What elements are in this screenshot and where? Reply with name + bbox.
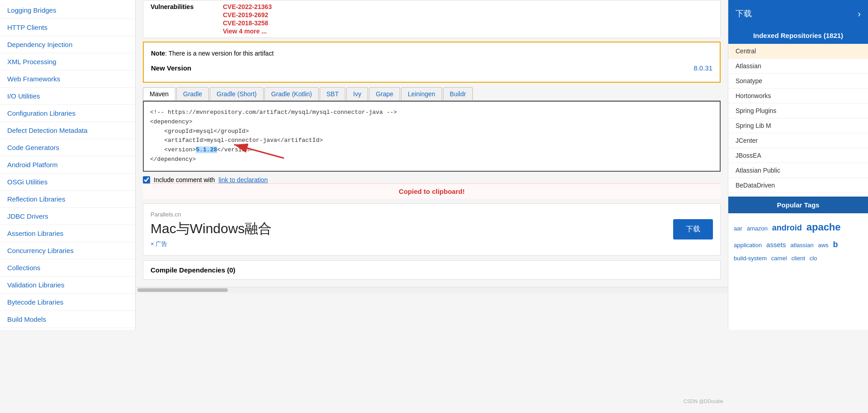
tabs-row: Maven Gradle Gradle (Short) Gradle (Kotl… (143, 87, 721, 101)
sidebar-item-http-clients[interactable]: HTTP Clients (0, 19, 135, 36)
code-block[interactable]: <!-- https://mvnrepository.com/artifact/… (143, 101, 721, 172)
cve-link-1[interactable]: CVE-2022-21363 (223, 3, 713, 10)
tag-android[interactable]: android (772, 223, 802, 232)
ad-source: Parallels.cn (151, 211, 673, 218)
tag-apache[interactable]: apache (807, 221, 841, 233)
ad-close-button[interactable]: × 广告 (151, 240, 673, 248)
sidebar-item-label: Collections (7, 264, 40, 272)
sidebar-item-concurrency-libraries[interactable]: Concurrency Libraries (0, 242, 135, 259)
tab-leiningen[interactable]: Leiningen (401, 87, 442, 100)
repo-item-hortonworks[interactable]: Hortonworks (728, 89, 868, 103)
sidebar-item-label: Code Generators (7, 144, 59, 151)
sidebar-item-configuration-libraries[interactable]: Configuration Libraries (0, 105, 135, 122)
tag-aws[interactable]: aws (818, 242, 829, 249)
repo-item-jbossea[interactable]: JBossEA (728, 148, 868, 163)
chevron-right-icon: › (858, 9, 861, 19)
compile-deps-section: Compile Dependencies (0) (143, 260, 721, 280)
sidebar-item-build-models[interactable]: Build Models (0, 311, 135, 328)
code-line-2: <dependency> (150, 117, 713, 127)
tab-maven[interactable]: Maven (143, 87, 175, 100)
tab-gradle-kotlin[interactable]: Gradle (Kotlin) (264, 87, 319, 100)
tag-build-system[interactable]: build-system (734, 255, 767, 262)
sidebar-item-label: Reflection Libraries (7, 195, 65, 203)
view-more-link[interactable]: View 4 more ... (223, 28, 713, 35)
sidebar-item-web-frameworks[interactable]: Web Frameworks (0, 70, 135, 88)
sidebar-item-label: Dependency Injection (7, 41, 72, 48)
sidebar-item-dependency-injection[interactable]: Dependency Injection (0, 36, 135, 53)
sidebar-item-label: Configuration Libraries (7, 109, 75, 117)
tag-amazon[interactable]: amazon (747, 225, 768, 232)
sidebar-item-reflection-libraries[interactable]: Reflection Libraries (0, 191, 135, 208)
tag-clo[interactable]: clo (810, 255, 817, 262)
sidebar-item-label: Concurrency Libraries (7, 247, 74, 254)
ad-section: Parallels.cn Mac与Windows融合 × 广告 下载 (143, 203, 721, 256)
code-line-1: <!-- https://mvnrepository.com/artifact/… (150, 108, 713, 117)
tab-buildr[interactable]: Buildr (443, 87, 473, 100)
repo-item-central[interactable]: Central (728, 44, 868, 59)
tab-ivy[interactable]: Ivy (346, 87, 368, 100)
ad-title: Mac与Windows融合 (151, 220, 673, 238)
repo-item-atlassian-public[interactable]: Atlassian Public (728, 163, 868, 178)
sidebar-item-osgi-utilities[interactable]: OSGi Utilities (0, 174, 135, 191)
sidebar-item-label: I/O Utilities (7, 92, 40, 100)
tab-gradle-short[interactable]: Gradle (Short) (210, 87, 264, 100)
code-line-3: <groupId>mysql</groupId> (150, 127, 713, 136)
right-download-button[interactable]: 下载 › (728, 0, 868, 27)
sidebar-item-label: Build Models (7, 315, 46, 323)
tab-grape[interactable]: Grape (369, 87, 400, 100)
sidebar-item-label: OSGi Utilities (7, 178, 47, 186)
tag-b[interactable]: b (833, 240, 838, 249)
vulnerabilities-section: Vulnerabilities CVE-2022-21363 CVE-2019-… (143, 0, 721, 38)
tag-client[interactable]: client (791, 255, 805, 262)
checkbox-row: Include comment with link to declaration (143, 176, 721, 183)
sidebar-item-collections[interactable]: Collections (0, 259, 135, 277)
tag-assets[interactable]: assets (766, 241, 786, 249)
sidebar-item-xml-processing[interactable]: XML Processing (0, 53, 135, 70)
sidebar-item-code-generators[interactable]: Code Generators (0, 139, 135, 156)
tag-aar[interactable]: aar (734, 225, 742, 232)
ad-download-button[interactable]: 下载 (673, 219, 713, 239)
tag-atlassian[interactable]: atlassian (790, 242, 813, 249)
right-download-label: 下载 (736, 8, 752, 19)
repo-item-spring-plugins[interactable]: Spring Plugins (728, 103, 868, 118)
sidebar-item-jdbc-drivers[interactable]: JDBC Drivers (0, 208, 135, 225)
arrow-indicator (203, 136, 293, 163)
include-comment-checkbox[interactable] (143, 176, 150, 183)
note-text: : There is a new version for this artifa… (165, 50, 274, 57)
tab-gradle[interactable]: Gradle (176, 87, 209, 100)
sidebar-item-label: Validation Libraries (7, 281, 64, 289)
copied-message: Copied to clipboard! (143, 183, 721, 199)
sidebar-item-label: Android Platform (7, 161, 58, 169)
sidebar-item-bytecode-libraries[interactable]: Bytecode Libraries (0, 294, 135, 311)
compile-deps-title: Compile Dependencies (0) (151, 266, 713, 274)
sidebar-item-assertion-libraries[interactable]: Assertion Libraries (0, 225, 135, 242)
sidebar-item-android-platform[interactable]: Android Platform (0, 156, 135, 174)
tag-camel[interactable]: camel (771, 255, 787, 262)
right-panel: 下载 › Indexed Repositories (1821) Central… (728, 0, 868, 330)
sidebar-item-validation-libraries[interactable]: Validation Libraries (0, 277, 135, 294)
tab-sbt[interactable]: SBT (320, 87, 345, 100)
cve-link-2[interactable]: CVE-2019-2692 (223, 11, 713, 19)
note-box: Note: There is a new version for this ar… (143, 42, 721, 83)
repo-item-bedatadriven[interactable]: BeDataDriven (728, 178, 868, 193)
cve-link-3[interactable]: CVE-2018-3258 (223, 19, 713, 27)
sidebar-item-label: Assertion Libraries (7, 230, 63, 237)
repo-item-spring-lib-m[interactable]: Spring Lib M (728, 118, 868, 133)
repo-item-sonatype[interactable]: Sonatype (728, 74, 868, 89)
sidebar-item-logging-bridges[interactable]: Logging Bridges (0, 2, 135, 19)
note-title: Note (151, 50, 165, 57)
horizontal-scrollbar[interactable] (136, 287, 728, 293)
repo-item-jcenter[interactable]: JCenter (728, 133, 868, 148)
declaration-link[interactable]: link to declaration (218, 176, 268, 183)
sidebar-item-defect-detection-metadata[interactable]: Defect Detection Metadata (0, 122, 135, 139)
sidebar-item-io-utilities[interactable]: I/O Utilities (0, 88, 135, 105)
tag-application[interactable]: application (734, 242, 762, 249)
indexed-repos-header: Indexed Repositories (1821) (728, 27, 868, 44)
tags-area: aar amazon android apache application as… (728, 213, 868, 269)
note-version-value: 8.0.31 (693, 64, 712, 72)
repo-item-atlassian[interactable]: Atlassian (728, 59, 868, 74)
scrollbar-thumb[interactable] (137, 288, 228, 292)
sidebar: Logging Bridges HTTP Clients Dependency … (0, 0, 136, 330)
tabs-container: Maven Gradle Gradle (Short) Gradle (Kotl… (143, 87, 721, 172)
sidebar-item-label: Web Frameworks (7, 75, 60, 83)
